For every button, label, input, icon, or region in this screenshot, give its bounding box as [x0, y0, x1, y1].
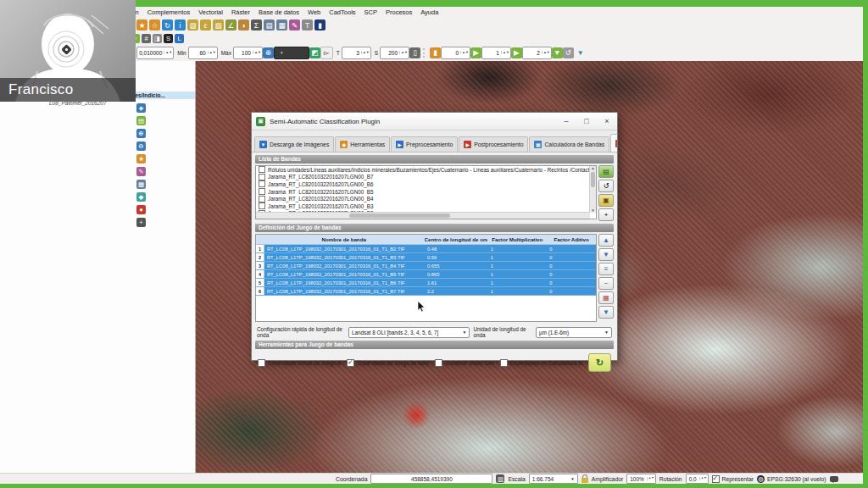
class-spinbox[interactable]: 1▲▼: [481, 47, 511, 59]
dock-add-icon[interactable]: +: [136, 218, 146, 227]
table-row[interactable]: 6 RT_LC08_L1TP_198032_20170301_20170316_…: [256, 287, 596, 296]
macroclass-icon[interactable]: ▶: [511, 47, 522, 58]
render-checkbox[interactable]: Representar: [712, 475, 754, 483]
checkbox[interactable]: [258, 359, 265, 367]
spinner-arrows-icon[interactable]: ▲▼: [501, 51, 510, 54]
s-spinbox[interactable]: 200▲▼: [380, 47, 409, 59]
checkbox[interactable]: [347, 359, 354, 367]
crs-label[interactable]: EPSG:32630 (al vuelo): [767, 476, 826, 482]
maximize-button[interactable]: □: [576, 113, 597, 130]
dist-spinbox[interactable]: 0,010000▲▼: [136, 47, 174, 59]
clear-table-icon[interactable]: ▦: [598, 291, 614, 304]
spinner-arrows-icon[interactable]: ▲▼: [399, 51, 409, 54]
log-messages-icon[interactable]: L: [175, 34, 184, 43]
checkbox[interactable]: [259, 180, 265, 187]
attribute-table-icon[interactable]: ▤: [264, 19, 275, 30]
dock-classify-icon[interactable]: ●: [136, 205, 146, 214]
run-button[interactable]: ↻: [588, 353, 611, 372]
checkbox[interactable]: [259, 202, 265, 209]
menu-item[interactable]: Procesos: [381, 8, 416, 16]
menu-item[interactable]: Vectorial: [194, 8, 227, 16]
band-list-item[interactable]: Rótulos unidades/Líneas auxiliares/Indic…: [256, 166, 590, 174]
band-list-item[interactable]: Jarama_RT_LC82010322016207LGN00_B7: [256, 174, 590, 181]
horizontal-scrollbar[interactable]: [256, 212, 590, 219]
new-bookmark-icon[interactable]: ★: [136, 19, 147, 30]
spinner-arrows-icon[interactable]: ▲▼: [542, 51, 551, 54]
checkbox[interactable]: [435, 359, 442, 367]
spinner-arrows-icon[interactable]: ▲▼: [361, 51, 370, 54]
select-all-icon[interactable]: ▣: [598, 194, 614, 207]
dock-zoom-in-icon[interactable]: ⊕: [136, 129, 146, 138]
table-row[interactable]: 4 RT_LC08_L1TP_198032_20170301_20170316_…: [256, 270, 596, 279]
band-list-item[interactable]: Jarama_RT_LC82010322016207LGN00_B3: [256, 202, 590, 210]
spinner-arrows-icon[interactable]: ▲▼: [164, 51, 173, 54]
render-settings-icon[interactable]: ▥: [496, 474, 504, 483]
scroll-down-icon[interactable]: ▼: [590, 208, 596, 213]
macroclass-spinbox[interactable]: 2▲▼: [522, 47, 552, 59]
minimize-button[interactable]: –: [556, 113, 576, 130]
dialog-tab[interactable]: ▤ Juego de bandas: [610, 134, 617, 152]
messages-icon[interactable]: [830, 476, 838, 482]
save-roi-icon[interactable]: ▼: [552, 47, 563, 58]
show-bookmarks-icon[interactable]: ☆: [149, 19, 160, 30]
table-row[interactable]: 1 RT_LC08_L1TP_198032_20170301_20170316_…: [256, 245, 596, 253]
menu-item[interactable]: Complementos: [143, 8, 194, 16]
dock-edit-icon[interactable]: ✎: [136, 167, 146, 176]
band-list-item[interactable]: Jarama_RT_LC82010322016207LGN00_B6: [256, 180, 590, 188]
bandset-tool-checkbox[interactable]: Crear ráster de Juego de bandas (band: [347, 359, 429, 367]
class-icon[interactable]: ▶: [470, 47, 481, 58]
text-annotation-icon[interactable]: T: [302, 19, 313, 30]
trash-icon[interactable]: ▯: [409, 47, 420, 58]
identify-features-icon[interactable]: i: [175, 19, 186, 30]
snapping-icon[interactable]: #: [142, 34, 151, 43]
annotation-icon[interactable]: ✎: [289, 19, 300, 30]
roi-spinbox[interactable]: 0▲▼: [441, 47, 470, 59]
band-list-item[interactable]: Jarama_RT_LC82010322016207LGN00_B4: [256, 195, 590, 202]
preview-pointer-icon[interactable]: ▻: [320, 47, 333, 59]
checkbox[interactable]: [259, 196, 265, 202]
menu-item[interactable]: Ráster: [227, 8, 254, 16]
spinner-arrows-icon[interactable]: ▲▼: [253, 51, 262, 54]
vertical-scrollbar[interactable]: ▲ ▼: [589, 166, 596, 213]
band-list-item[interactable]: Jarama_RT_LC82010322016207LGN00_B5: [256, 188, 590, 196]
preview-zoom-icon[interactable]: ⊕: [263, 47, 274, 58]
copy-features-icon[interactable]: ◨: [153, 34, 162, 43]
scrollbar-thumb[interactable]: [591, 172, 595, 187]
table-row[interactable]: 5 RT_LC08_L1TP_198032_20170301_20170316_…: [256, 279, 596, 287]
magnifier-spinbox[interactable]: 100%▲▼: [626, 474, 656, 484]
refresh-list-icon[interactable]: ↺: [598, 180, 614, 192]
column-header[interactable]: Factor Multiplicativo: [487, 236, 547, 242]
select-features-icon[interactable]: ▨: [187, 19, 198, 30]
color-composite-icon[interactable]: ◩: [309, 47, 320, 58]
dialog-tab[interactable]: ▶ Postprocesamiento: [459, 136, 528, 152]
dialog-tab[interactable]: ▼ Descarga de Imágenes: [254, 136, 334, 152]
preview-combo[interactable]: ▼: [274, 47, 309, 59]
spinner-arrows-icon[interactable]: ▲▼: [460, 51, 470, 54]
dock-layers-icon[interactable]: ▤: [136, 116, 146, 125]
checkbox[interactable]: [259, 174, 265, 180]
dialog-titlebar[interactable]: ▣ Semi-Automatic Classification Plugin –…: [252, 113, 617, 130]
menu-item[interactable]: SCP: [360, 8, 381, 16]
dropdown-caret-icon[interactable]: ▼: [577, 49, 584, 57]
add-band-icon[interactable]: +: [598, 208, 614, 221]
import-bandset-icon[interactable]: ▼: [598, 306, 614, 319]
undo-roi-icon[interactable]: ↺: [563, 47, 574, 58]
bandset-tool-checkbox[interactable]: Expresiones en Calculadora de Bandas: [500, 359, 582, 367]
scrollbar-thumb[interactable]: [349, 214, 449, 218]
field-calculator-icon[interactable]: ▦: [276, 19, 287, 30]
t-spinbox[interactable]: 3▲▼: [342, 47, 371, 59]
checkbox[interactable]: [500, 359, 508, 367]
checkbox[interactable]: [259, 188, 265, 195]
sort-by-name-icon[interactable]: ≡: [598, 263, 614, 275]
spinner-arrows-icon[interactable]: ▲▼: [647, 477, 655, 480]
checkbox[interactable]: [712, 475, 720, 483]
column-header[interactable]: Nombre de banda: [264, 236, 425, 242]
table-row[interactable]: 3 RT_LC08_L1TP_198032_20170301_20170316_…: [256, 262, 596, 270]
scale-combo[interactable]: 1:66.754▼: [529, 474, 578, 484]
dock-zoom-icon[interactable]: ◈: [136, 103, 146, 113]
dock-zoom-out-icon[interactable]: ⊖: [136, 141, 146, 151]
rotation-spinbox[interactable]: 0,0▲▼: [686, 474, 709, 484]
deselect-features-icon[interactable]: ▧: [213, 19, 224, 30]
refresh-map-icon[interactable]: ↻: [162, 19, 173, 30]
column-header[interactable]: Centro de longitud de onda: [425, 236, 488, 242]
